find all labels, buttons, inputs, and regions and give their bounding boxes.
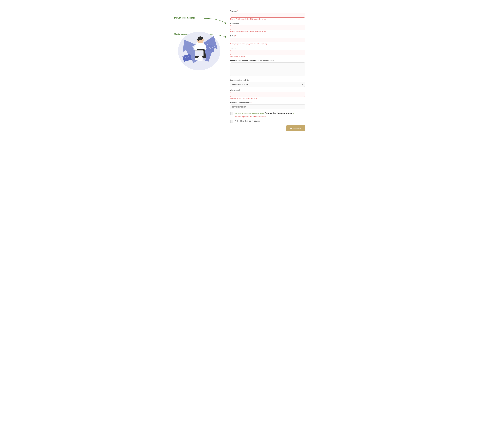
left-column: Default error message Custom error messa… [173, 10, 228, 131]
interest-select[interactable]: Immobilien Sparen Baufinanzierung Sonsti… [230, 82, 305, 87]
vorname-group: Vorname* Dieses Feld ist erforderlich. B… [230, 10, 305, 20]
svg-rect-12 [195, 51, 203, 56]
eigenkapital-error: Sanity field here, this field is require… [230, 97, 305, 99]
nachname-label: Nachname* [230, 22, 305, 24]
datenschutz-checkbox[interactable] [230, 112, 233, 115]
nachname-input[interactable] [230, 25, 305, 30]
submit-button[interactable]: Absenden [286, 125, 305, 131]
interest-label: Ich interessiere mich für* [230, 79, 305, 81]
datenschutz-group: Mit dem Abesenden stimme ich den Datensc… [230, 112, 305, 118]
email-label: E-Mail* [230, 35, 305, 37]
eigenkapital-label: Eigenkapital* [230, 89, 305, 91]
telefon-label: Telefon* [230, 47, 305, 49]
telefon-group: Telefon* We need your phone [230, 47, 305, 57]
message-textarea[interactable] [230, 62, 305, 76]
message-label: Möchten Sie unserem Berater noch etwas m… [230, 60, 305, 62]
default-error-annotation: Default error message [174, 17, 195, 19]
nachname-group: Nachname* Dieses Feld ist erforderlich. … [230, 22, 305, 32]
email-error: Sanity required message, you didn't ente… [230, 43, 305, 45]
contact-form: Vorname* Dieses Feld ist erforderlich. B… [228, 10, 305, 131]
optional-checkbox[interactable] [230, 120, 233, 123]
kontakt-label: Bitte kontaktieren Sie mich* [230, 102, 305, 104]
kontakt-select[interactable]: schnellstmöglich morgens mittags abends [230, 104, 305, 109]
submit-row: Absenden [230, 125, 305, 131]
email-group: E-Mail* Sanity required message, you did… [230, 35, 305, 45]
datenschutz-label: Mit dem Abesenden stimme ich den Datensc… [235, 112, 296, 115]
telefon-error: We need your phone [230, 55, 305, 57]
eigenkapital-group: Eigenkapital* Sanity field here, this fi… [230, 89, 305, 99]
svg-point-10 [197, 38, 200, 41]
vorname-error: Dieses Feld ist erforderlich. Bitte gebe… [230, 18, 305, 20]
message-group: Möchten Sie unserem Berater noch etwas m… [230, 60, 305, 77]
eigenkapital-input[interactable] [230, 92, 305, 97]
interest-group: Ich interessiere mich für* Immobilien Sp… [230, 79, 305, 87]
svg-point-14 [203, 58, 206, 60]
svg-point-13 [195, 58, 198, 60]
telefon-input[interactable] [230, 50, 305, 55]
optional-checkbox-label: A checkbox that is not required [235, 119, 260, 122]
datenschutz-error: You must agree with the dataprotection s… [235, 116, 305, 118]
vorname-label: Vorname* [230, 10, 305, 12]
illustration [176, 25, 223, 73]
kontakt-group: Bitte kontaktieren Sie mich* schnellstmö… [230, 102, 305, 109]
email-input[interactable] [230, 37, 305, 43]
optional-checkbox-group: A checkbox that is not required [230, 119, 305, 123]
nachname-error: Dieses Feld ist erforderlich. Bitte gebe… [230, 31, 305, 32]
vorname-input[interactable] [230, 13, 305, 18]
